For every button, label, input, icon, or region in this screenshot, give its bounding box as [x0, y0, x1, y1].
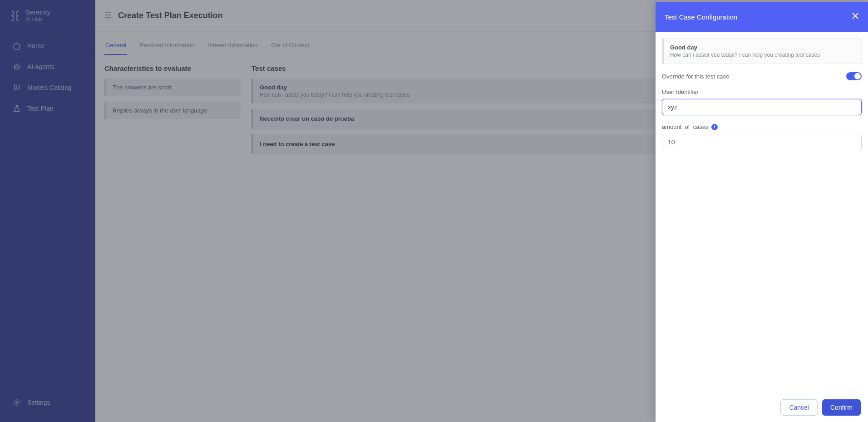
cancel-button[interactable]: Cancel: [780, 399, 818, 416]
override-label: Override for this test case: [662, 73, 729, 80]
drawer-card-title: Good day: [670, 44, 855, 51]
user-identifier-input[interactable]: [662, 99, 862, 115]
close-icon[interactable]: [852, 12, 859, 22]
amount-group: amount_of_cases i: [662, 123, 862, 150]
override-toggle[interactable]: [846, 72, 862, 80]
amount-label: amount_of_cases i: [662, 123, 862, 130]
user-identifier-group: User Identifier: [662, 88, 862, 115]
drawer: Test Case Configuration Good day How can…: [656, 2, 868, 422]
override-row: Override for this test case: [662, 72, 862, 80]
drawer-body: Good day How can i assist you today? I c…: [656, 32, 868, 393]
drawer-info-card: Good day How can i assist you today? I c…: [662, 38, 862, 64]
drawer-card-subtitle: How can i assist you today? I can help y…: [670, 52, 855, 58]
confirm-button[interactable]: Confirm: [822, 399, 861, 416]
drawer-title: Test Case Configuration: [665, 13, 737, 21]
user-identifier-label: User Identifier: [662, 88, 862, 95]
amount-label-text: amount_of_cases: [662, 123, 709, 130]
drawer-footer: Cancel Confirm: [656, 393, 868, 422]
amount-input[interactable]: [662, 134, 862, 150]
drawer-header: Test Case Configuration: [656, 2, 868, 32]
info-icon[interactable]: i: [711, 124, 718, 130]
